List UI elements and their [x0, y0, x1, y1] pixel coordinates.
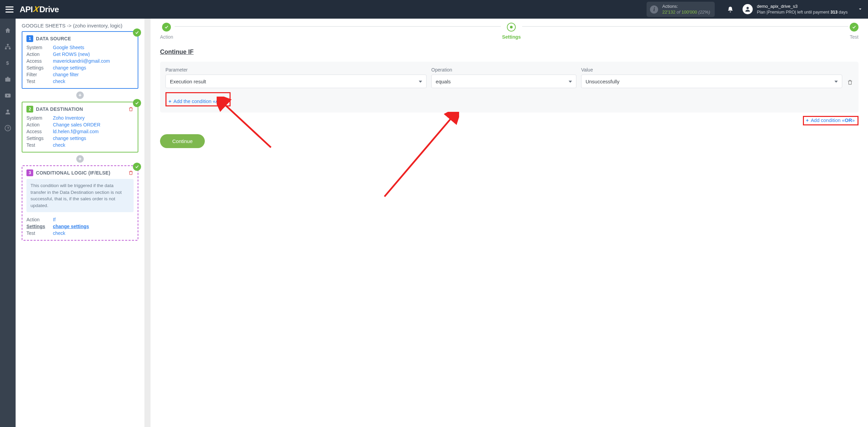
plus-icon: + [806, 118, 809, 123]
main-panel: Action Settings Test Continue IF Paramet… [151, 19, 868, 427]
plus-icon: + [169, 99, 171, 104]
actions-counter[interactable]: i Actions: 22'132 of 100'000 (22%) [647, 2, 715, 17]
step-settings[interactable]: Settings [502, 23, 521, 40]
check-icon [133, 99, 141, 107]
actions-max: 100'000 [682, 9, 697, 15]
user-menu[interactable]: demo_apix_drive_s3 Plan |Premium PRO| le… [743, 3, 863, 15]
link-test[interactable]: check [53, 230, 134, 236]
label-value: Value [581, 67, 842, 73]
card-title: DATA SOURCE [36, 36, 71, 41]
stepper: Action Settings Test [160, 19, 859, 40]
left-panel: GOOGLE SHEETS -> (zoho inventory, logic)… [16, 19, 144, 427]
topbar: APIXDrive i Actions: 22'132 of 100'000 (… [0, 0, 868, 19]
label-system: System [26, 45, 53, 50]
user-info: demo_apix_drive_s3 Plan |Premium PRO| le… [757, 3, 848, 15]
value-system: Google Sheets [53, 45, 134, 50]
home-icon[interactable] [4, 27, 12, 34]
svg-text:$: $ [6, 60, 9, 66]
label-settings: Settings [26, 136, 53, 141]
logo-api: API [20, 5, 33, 14]
link-settings[interactable]: change settings [53, 65, 134, 70]
svg-rect-1 [7, 44, 9, 45]
briefcase-icon[interactable] [4, 76, 12, 83]
svg-line-11 [384, 117, 452, 197]
logo[interactable]: APIXDrive [20, 5, 59, 14]
section-title: Continue IF [160, 48, 859, 56]
svg-rect-2 [5, 48, 7, 49]
svg-point-0 [747, 7, 749, 9]
add-step-button[interactable]: + [76, 155, 84, 163]
link-test[interactable]: check [53, 79, 134, 84]
chevron-down-icon [858, 7, 863, 12]
svg-text:?: ? [7, 126, 9, 130]
check-icon [133, 163, 141, 171]
condition-block: Parameter Execution result Operation equ… [160, 62, 859, 113]
sitemap-icon[interactable] [4, 43, 12, 50]
label-action: Action [26, 122, 53, 127]
bell-icon[interactable] [727, 6, 734, 13]
user-icon[interactable] [4, 108, 12, 116]
actions-pct: (22%) [698, 9, 710, 15]
video-icon[interactable] [4, 92, 12, 99]
label-action: Action [26, 217, 53, 222]
label-parameter: Parameter [165, 67, 427, 73]
logo-x: X [33, 4, 39, 14]
label-filter: Filter [26, 72, 53, 77]
card-data-destination[interactable]: 2 DATA DESTINATION SystemZoho Inventory … [22, 102, 138, 152]
add-and-button[interactable]: + Add the condition «And» [169, 99, 227, 104]
link-access[interactable]: maverickandrii@gmail.com [53, 58, 134, 64]
check-icon [133, 28, 141, 37]
add-or-button[interactable]: + Add condition «OR» [806, 118, 855, 123]
check-icon [162, 23, 171, 32]
card-conditional-logic[interactable]: 3 CONDITIONAL LOGIC (IF/ELSE) This condi… [22, 165, 138, 241]
select-operation[interactable]: equals [431, 75, 576, 88]
label-settings: Settings [26, 65, 53, 70]
step-test[interactable]: Test [850, 23, 859, 40]
avatar-icon [743, 4, 753, 14]
info-icon: i [650, 5, 658, 14]
card-title: CONDITIONAL LOGIC (IF/ELSE) [36, 170, 110, 176]
label-action: Action [26, 52, 53, 57]
breadcrumb: GOOGLE SHEETS -> (zoho inventory, logic) [22, 19, 138, 31]
select-value[interactable]: Unsuccessfully [581, 75, 842, 88]
link-settings[interactable]: change settings [53, 136, 134, 141]
menu-hamburger[interactable] [5, 6, 14, 13]
svg-rect-3 [9, 48, 11, 49]
dot-icon [507, 23, 516, 32]
value-action: Get ROWS (new) [53, 52, 134, 57]
step-action[interactable]: Action [160, 23, 173, 40]
link-settings[interactable]: change settings [53, 224, 134, 229]
help-icon[interactable]: ? [4, 124, 12, 132]
select-parameter[interactable]: Execution result [165, 75, 427, 88]
info-text: This condition will be triggered if the … [26, 179, 134, 212]
check-icon [850, 23, 859, 32]
label-access: Access [26, 58, 53, 64]
label-test: Test [26, 79, 53, 84]
link-filter[interactable]: change filter [53, 72, 134, 77]
label-test: Test [26, 230, 53, 236]
actions-used: 22'132 [662, 9, 675, 15]
link-access[interactable]: ld.helen.f@gmail.com [53, 129, 134, 134]
user-name: demo_apix_drive_s3 [757, 3, 848, 9]
trash-icon[interactable] [128, 170, 134, 176]
continue-button[interactable]: Continue [160, 134, 205, 148]
svg-point-7 [7, 109, 9, 112]
trash-icon[interactable] [847, 79, 853, 88]
card-data-source[interactable]: 1 DATA SOURCE SystemGoogle Sheets Action… [22, 31, 138, 89]
value-system: Zoho Inventory [53, 115, 134, 121]
label-settings: Settings [26, 224, 53, 229]
label-system: System [26, 115, 53, 121]
trash-icon[interactable] [128, 106, 134, 112]
value-action: Change sales ORDER [53, 122, 134, 127]
add-step-button[interactable]: + [76, 92, 84, 99]
label-access: Access [26, 129, 53, 134]
user-plan: Plan |Premium PRO| left until payment 31… [757, 9, 848, 15]
card-number: 1 [26, 35, 33, 42]
link-test[interactable]: check [53, 142, 134, 148]
sidebar: $ ? [0, 19, 16, 427]
dollar-icon[interactable]: $ [4, 59, 12, 67]
card-number: 2 [26, 106, 33, 113]
value-action: If [53, 217, 134, 222]
condition-row: Parameter Execution result Operation equ… [165, 67, 853, 88]
logo-drive: Drive [39, 5, 59, 14]
